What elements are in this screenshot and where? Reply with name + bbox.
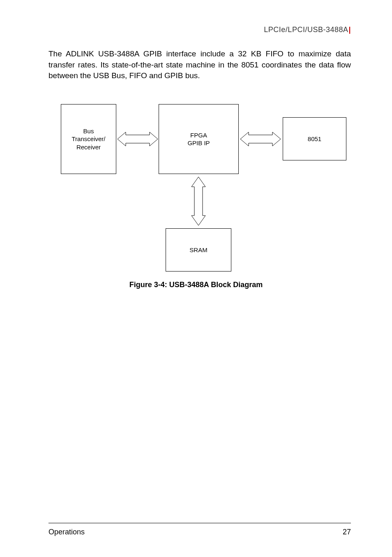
block-bus-transceiver: BusTransceiver/Receiver [61,104,116,174]
product-line-text: LPCIe/LPCI/USB-3488A [264,26,348,34]
svg-marker-2 [191,177,205,225]
svg-marker-1 [240,132,281,146]
header-accent-bar: | [348,26,351,34]
figure-caption: Figure 3-4: USB-3488A Block Diagram [0,281,392,289]
block-bus-transceiver-label: BusTransceiver/Receiver [72,127,106,151]
block-8051: 8051 [283,117,346,160]
arrow-fpga-sram [188,177,209,225]
footer-section-name: Operations [48,528,85,536]
block-sram-label: SRAM [189,246,207,254]
arrow-fpga-8051 [240,129,281,149]
block-sram: SRAM [166,228,231,272]
svg-marker-0 [118,132,158,146]
body-paragraph: The ADLINK USB-3488A GPIB interface incl… [48,49,351,81]
page-header: LPCIe/LPCI/USB-3488A| [264,26,351,34]
block-fpga-label: FPGAGPIB IP [187,131,210,147]
footer-divider [48,523,351,523]
block-8051-label: 8051 [308,135,321,143]
footer-page-number: 27 [343,528,351,536]
block-fpga: FPGAGPIB IP [159,104,239,174]
arrow-transceiver-fpga [118,129,158,149]
block-diagram: BusTransceiver/Receiver FPGAGPIB IP 8051… [48,101,353,278]
